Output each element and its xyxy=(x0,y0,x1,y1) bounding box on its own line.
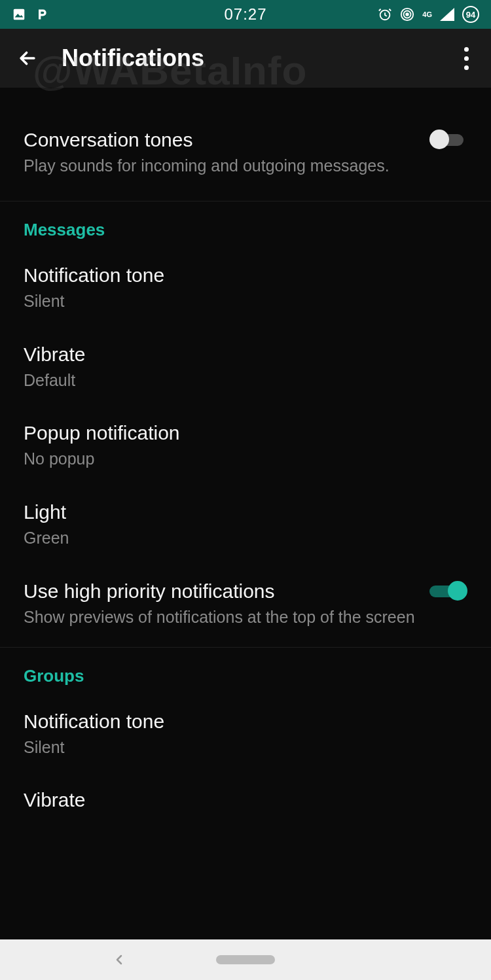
row-subtitle: Play sounds for incoming and outgoing me… xyxy=(24,155,416,177)
row-grp-vibrate[interactable]: Vibrate xyxy=(0,773,491,819)
row-subtitle: No popup xyxy=(24,448,467,470)
home-pill[interactable] xyxy=(216,955,275,964)
row-title: Notification tone xyxy=(24,262,467,288)
status-bar: 07:27 4G 94 xyxy=(0,0,491,29)
app-bar: Notifications xyxy=(0,29,491,88)
row-grp-notification-tone[interactable]: Notification tone Silent xyxy=(0,694,491,773)
row-msg-high-priority[interactable]: Use high priority notifications Show pre… xyxy=(0,564,491,643)
overflow-menu-button[interactable] xyxy=(458,41,475,77)
data-icon: 4G xyxy=(422,10,432,18)
page-title: Notifications xyxy=(62,44,204,72)
row-subtitle: Silent xyxy=(24,290,467,313)
row-title: Use high priority notifications xyxy=(24,578,416,604)
row-subtitle: Silent xyxy=(24,737,467,759)
row-title: Notification tone xyxy=(24,709,467,734)
back-button[interactable] xyxy=(13,44,42,73)
settings-list: Conversation tones Play sounds for incom… xyxy=(0,88,491,819)
hotspot-icon xyxy=(400,7,414,22)
row-title: Light xyxy=(24,499,467,525)
row-msg-notification-tone[interactable]: Notification tone Silent xyxy=(0,248,491,327)
row-title: Popup notification xyxy=(24,420,467,446)
row-msg-vibrate[interactable]: Vibrate Default xyxy=(0,327,491,406)
section-header-messages: Messages xyxy=(0,201,491,248)
row-msg-popup[interactable]: Popup notification No popup xyxy=(0,406,491,485)
row-msg-light[interactable]: Light Green xyxy=(0,485,491,564)
row-subtitle: Green xyxy=(24,527,467,550)
navigation-bar xyxy=(0,939,491,980)
row-subtitle: Show previews of notifications at the to… xyxy=(24,606,416,629)
alarm-icon xyxy=(378,7,392,22)
high-priority-toggle[interactable] xyxy=(429,581,467,601)
status-time: 07:27 xyxy=(224,5,266,24)
row-title: Vibrate xyxy=(24,787,467,813)
row-subtitle: Default xyxy=(24,370,467,392)
nav-back-button[interactable] xyxy=(111,952,127,968)
p-icon xyxy=(35,7,48,22)
row-conversation-tones[interactable]: Conversation tones Play sounds for incom… xyxy=(0,107,491,197)
battery-icon: 94 xyxy=(462,6,479,23)
section-header-groups: Groups xyxy=(0,648,491,694)
signal-icon xyxy=(440,8,454,21)
row-title: Vibrate xyxy=(24,341,467,367)
image-icon xyxy=(12,7,26,22)
conversation-tones-toggle[interactable] xyxy=(429,130,467,149)
svg-rect-0 xyxy=(14,9,25,20)
svg-point-3 xyxy=(406,13,409,16)
row-title: Conversation tones xyxy=(24,127,416,152)
